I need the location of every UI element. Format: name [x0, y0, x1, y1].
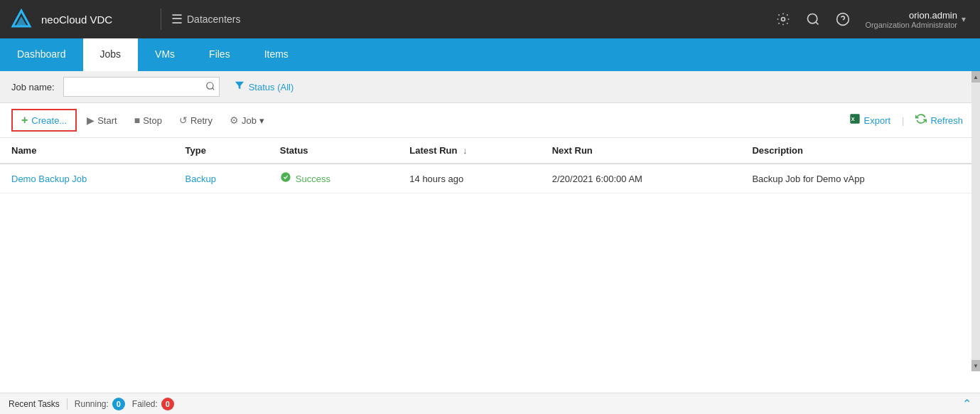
- tab-files[interactable]: Files: [192, 38, 247, 71]
- svg-point-2: [782, 18, 785, 21]
- status-bar-right: ⌃: [962, 397, 971, 410]
- svg-line-8: [212, 87, 214, 90]
- main-content: Job name: Status (All) + Create...: [0, 71, 980, 393]
- tab-jobs[interactable]: Jobs: [83, 38, 139, 71]
- svg-point-7: [206, 82, 212, 88]
- table-area: Name Type Status Latest Run ↓ Next Run: [0, 138, 980, 393]
- svg-point-3: [808, 14, 817, 23]
- search-nav-icon[interactable]: [799, 6, 826, 33]
- failed-status: Failed: 0: [132, 398, 174, 410]
- stop-icon: ■: [134, 115, 140, 126]
- col-type[interactable]: Type: [174, 138, 269, 164]
- app-name: neoCloud VDC: [41, 14, 112, 26]
- user-role: Organization Administrator: [865, 21, 957, 29]
- stop-label: Stop: [143, 115, 162, 126]
- export-button[interactable]: X Export: [844, 110, 897, 130]
- nav-divider: [161, 9, 161, 30]
- cell-status: Success: [269, 164, 398, 193]
- retry-button[interactable]: ↺ Retry: [172, 111, 220, 129]
- plus-icon: +: [21, 114, 28, 127]
- cell-next-run: 2/20/2021 6:00:00 AM: [541, 164, 741, 193]
- filter-bar: Job name: Status (All): [0, 71, 980, 103]
- toolbar-right: X Export | Refresh: [844, 110, 969, 130]
- table-header: Name Type Status Latest Run ↓ Next Run: [0, 138, 980, 164]
- export-label: Export: [864, 115, 891, 126]
- start-label: Start: [97, 115, 117, 126]
- tab-bar: Dashboard Jobs VMs Files Items: [0, 38, 980, 71]
- top-nav-right: orion.admin Organization Administrator ▾: [770, 6, 971, 33]
- tab-dashboard[interactable]: Dashboard: [0, 38, 83, 71]
- refresh-label: Refresh: [930, 115, 963, 126]
- job-label: Job: [242, 115, 257, 126]
- search-input-wrap: [63, 77, 220, 97]
- job-button[interactable]: ⚙ Job ▾: [222, 111, 271, 129]
- svg-text:X: X: [851, 116, 854, 122]
- search-submit-icon[interactable]: [205, 81, 215, 93]
- status-filter-button[interactable]: Status (All): [228, 77, 300, 97]
- status-bar: Recent Tasks Running: 0 Failed: 0 ⌃: [0, 393, 980, 414]
- scrollbar-thumb[interactable]: [971, 83, 980, 360]
- failed-label: Failed:: [132, 399, 158, 409]
- logo-area: neoCloud VDC: [9, 6, 151, 32]
- status-text: Success: [296, 174, 330, 184]
- jobs-table: Name Type Status Latest Run ↓ Next Run: [0, 138, 980, 193]
- col-status[interactable]: Status: [269, 138, 398, 164]
- nav-datacenter: ☰ Datacenters: [171, 11, 240, 27]
- col-latest-run[interactable]: Latest Run ↓: [398, 138, 540, 164]
- filter-icon: [234, 80, 245, 94]
- stop-button[interactable]: ■ Stop: [127, 111, 169, 129]
- status-filter-label: Status (All): [249, 82, 294, 92]
- recent-tasks-button[interactable]: Recent Tasks: [9, 399, 60, 409]
- job-type: Backup: [185, 174, 216, 184]
- user-info: orion.admin Organization Administrator: [865, 10, 957, 29]
- user-name: orion.admin: [865, 10, 957, 21]
- scrollbar-track: ▲ ▼: [971, 71, 980, 371]
- user-area[interactable]: orion.admin Organization Administrator ▾: [859, 7, 971, 32]
- nav-section-label: Datacenters: [187, 14, 240, 25]
- refresh-button[interactable]: Refresh: [910, 110, 969, 130]
- status-separator: [67, 398, 68, 410]
- running-count-badge: 0: [112, 398, 125, 410]
- col-description[interactable]: Description: [741, 138, 980, 164]
- table-row: Demo Backup Job Backup: [0, 164, 980, 193]
- cell-name: Demo Backup Job: [0, 164, 174, 193]
- hamburger-icon[interactable]: ☰: [171, 11, 183, 27]
- col-name[interactable]: Name: [0, 138, 174, 164]
- col-next-run[interactable]: Next Run: [541, 138, 741, 164]
- status-cell: Success: [280, 171, 387, 186]
- retry-icon: ↺: [179, 115, 188, 126]
- sort-icon: ↓: [463, 145, 468, 156]
- create-label: Create...: [31, 115, 67, 126]
- user-chevron-icon: ▾: [962, 14, 966, 24]
- tab-vms[interactable]: VMs: [138, 38, 192, 71]
- gear-icon: ⚙: [230, 115, 239, 126]
- toolbar: + Create... ▶ Start ■ Stop ↺ Retry ⚙ Job…: [0, 103, 980, 138]
- table-body: Demo Backup Job Backup: [0, 164, 980, 193]
- refresh-icon: [915, 113, 927, 127]
- logo-icon: [9, 6, 34, 32]
- cell-latest-run: 14 hours ago: [398, 164, 540, 193]
- tab-items[interactable]: Items: [247, 38, 306, 71]
- settings-icon[interactable]: [770, 6, 797, 33]
- toolbar-separator: |: [902, 115, 904, 126]
- export-excel-icon: X: [849, 113, 861, 127]
- create-button[interactable]: + Create...: [11, 109, 77, 132]
- running-status: Running: 0: [75, 398, 125, 410]
- running-label: Running:: [75, 399, 109, 409]
- start-button[interactable]: ▶ Start: [80, 111, 124, 129]
- retry-label: Retry: [190, 115, 212, 126]
- help-icon[interactable]: [829, 6, 856, 33]
- scrollbar-up-button[interactable]: ▲: [971, 71, 980, 83]
- cell-type: Backup: [174, 164, 269, 193]
- failed-count-badge: 0: [161, 398, 174, 410]
- job-name-link[interactable]: Demo Backup Job: [11, 174, 87, 184]
- scrollbar-down-button[interactable]: ▼: [971, 360, 980, 371]
- job-chevron-icon: ▾: [259, 115, 264, 126]
- top-navbar: neoCloud VDC ☰ Datacenters: [0, 0, 980, 38]
- job-name-label: Job name:: [11, 82, 55, 92]
- cell-description: Backup Job for Demo vApp: [741, 164, 980, 193]
- start-icon: ▶: [87, 115, 95, 126]
- job-name-search-input[interactable]: [63, 77, 220, 97]
- expand-button[interactable]: ⌃: [962, 397, 971, 410]
- svg-line-4: [816, 22, 819, 25]
